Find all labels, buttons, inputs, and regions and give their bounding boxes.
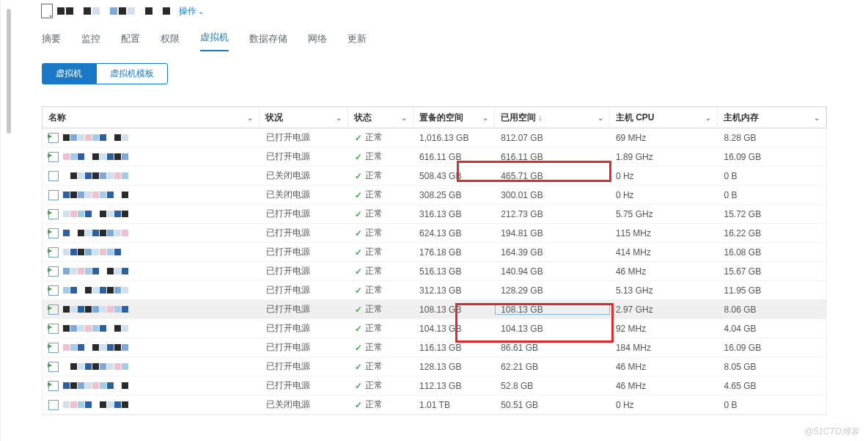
sort-down-icon: ↓ (538, 113, 542, 122)
table-header-row: 名称⌄ 状况⌄ 状态⌄ 置备的空间⌄ 已用空间↓⌄ 主机 CPU⌄ 主机内存⌄ (42, 106, 827, 128)
vm-icon (48, 171, 59, 181)
cell-status: ✓正常 (349, 227, 414, 239)
tab-配置[interactable]: 配置 (121, 32, 140, 51)
col-cpu[interactable]: 主机 CPU⌄ (610, 107, 718, 128)
cell-cpu: 46 MHz (610, 362, 718, 372)
table-row[interactable]: 已关闭电源✓正常508.43 GB465.71 GB0 Hz0 B (43, 167, 826, 186)
table-row[interactable]: 已打开电源✓正常108.13 GB108.13 GB2.97 GHz8.06 G… (43, 300, 826, 319)
table-row[interactable]: 已打开电源✓正常176.18 GB164.39 GB414 MHz16.08 G… (43, 243, 826, 262)
table-row[interactable]: 已打开电源✓正常1,016.13 GB812.07 GB69 MHz8.28 G… (43, 128, 826, 147)
cell-name (43, 305, 260, 315)
cell-mem: 8.06 GB (718, 305, 826, 315)
tab-更新[interactable]: 更新 (347, 32, 367, 51)
cell-mem: 16.08 GB (718, 247, 826, 258)
cell-situation: 已打开电源 (260, 150, 348, 163)
cell-used: 164.39 GB (495, 247, 610, 258)
table-row[interactable]: 已打开电源✓正常312.13 GB128.29 GB5.13 GHz11.95 … (43, 281, 826, 300)
cell-status: ✓正常 (349, 322, 414, 335)
vm-icon (48, 381, 59, 391)
page-header: 操作⌄ (1, 0, 868, 28)
cell-used: 128.29 GB (495, 285, 610, 296)
tab-网络[interactable]: 网络 (308, 32, 327, 51)
col-situation[interactable]: 状况⌄ (260, 107, 348, 128)
selection-outline (495, 305, 610, 315)
cell-mem: 8.28 GB (718, 133, 826, 143)
cell-used: 812.07 GB (495, 133, 610, 143)
cell-provisioned: 624.13 GB (413, 228, 495, 238)
vm-icon (48, 190, 59, 200)
table-body: 已打开电源✓正常1,016.13 GB812.07 GB69 MHz8.28 G… (42, 128, 827, 415)
cell-situation: 已打开电源 (260, 284, 348, 296)
cell-mem: 15.72 GB (718, 209, 826, 219)
vm-name-redacted (63, 268, 128, 274)
check-icon: ✓ (355, 324, 362, 334)
check-icon: ✓ (355, 266, 362, 277)
cell-mem: 16.22 GB (718, 228, 826, 238)
vm-table: 名称⌄ 状况⌄ 状态⌄ 置备的空间⌄ 已用空间↓⌄ 主机 CPU⌄ 主机内存⌄ … (42, 106, 827, 415)
vm-name-redacted (63, 306, 128, 313)
vm-name-redacted (63, 401, 128, 408)
cell-status: ✓正常 (349, 341, 414, 354)
actions-dropdown[interactable]: 操作⌄ (179, 5, 204, 18)
table-row[interactable]: 已打开电源✓正常128.13 GB62.21 GB46 MHz8.05 GB (43, 357, 826, 376)
cell-cpu: 184 MHz (610, 343, 718, 353)
cell-cpu: 1.89 GHz (610, 152, 718, 162)
vm-icon (48, 152, 59, 162)
vm-name-redacted (63, 230, 128, 236)
cell-provisioned: 108.13 GB (413, 305, 495, 315)
table-row[interactable]: 已打开电源✓正常624.13 GB194.81 GB115 MHz16.22 G… (43, 224, 826, 243)
cell-name (43, 381, 260, 391)
table-row[interactable]: 已关闭电源✓正常308.25 GB300.01 GB0 Hz0 B (43, 186, 826, 205)
cell-mem: 11.95 GB (718, 285, 826, 296)
table-row[interactable]: 已关闭电源✓正常1.01 TB50.51 GB0 Hz0 B (43, 396, 826, 415)
vm-icon (48, 266, 59, 277)
tab-数据存储[interactable]: 数据存储 (249, 32, 287, 51)
col-mem[interactable]: 主机内存⌄ (718, 107, 826, 128)
vm-icon (48, 285, 59, 296)
cell-cpu: 46 MHz (610, 381, 718, 391)
cell-status: ✓正常 (349, 208, 414, 220)
table-row[interactable]: 已打开电源✓正常112.13 GB52.8 GB46 MHz4.65 GB (43, 376, 826, 396)
cell-provisioned: 508.43 GB (413, 171, 495, 181)
vm-icon (48, 362, 59, 372)
host-name-redacted (57, 7, 170, 15)
vm-icon (48, 209, 59, 219)
cell-situation: 已打开电源 (260, 379, 348, 392)
cell-provisioned: 516.13 GB (413, 266, 495, 277)
cell-name (43, 247, 260, 258)
vm-name-redacted (63, 172, 128, 179)
cell-provisioned: 316.13 GB (413, 209, 495, 219)
check-icon: ✓ (355, 228, 362, 238)
table-row[interactable]: 已打开电源✓正常516.13 GB140.94 GB46 MHz15.67 GB (43, 262, 826, 281)
table-row[interactable]: 已打开电源✓正常104.13 GB104.13 GB92 MHz4.04 GB (43, 319, 826, 338)
scrollbar-thumb[interactable] (7, 9, 11, 134)
cell-status: ✓正常 (349, 150, 414, 163)
cell-name (43, 171, 260, 181)
cell-mem: 0 B (718, 190, 826, 200)
cell-name (43, 133, 260, 143)
tab-监控[interactable]: 监控 (81, 32, 100, 51)
cell-name (43, 190, 260, 200)
col-name[interactable]: 名称⌄ (43, 107, 260, 128)
table-row[interactable]: 已打开电源✓正常116.13 GB86.61 GB184 MHz16.09 GB (43, 338, 826, 357)
tab-权限[interactable]: 权限 (161, 32, 180, 51)
subtab-vm-template[interactable]: 虚拟机模板 (96, 63, 168, 84)
subtab-vm[interactable]: 虚拟机 (42, 63, 96, 84)
vm-name-redacted (63, 363, 128, 370)
cell-name (43, 266, 260, 277)
cell-provisioned: 128.13 GB (413, 362, 495, 372)
table-row[interactable]: 已打开电源✓正常616.11 GB616.11 GB1.89 GHz16.09 … (43, 147, 826, 167)
table-row[interactable]: 已打开电源✓正常316.13 GB212.73 GB5.75 GHz15.72 … (43, 205, 826, 224)
tab-虚拟机[interactable]: 虚拟机 (200, 31, 229, 51)
col-provisioned[interactable]: 置备的空间⌄ (413, 107, 496, 128)
chevron-down-icon: ⌄ (198, 7, 204, 15)
check-icon: ✓ (355, 362, 362, 372)
cell-mem: 4.04 GB (718, 324, 826, 334)
cell-situation: 已打开电源 (260, 208, 348, 220)
cell-used: 104.13 GB (495, 324, 610, 334)
tab-摘要[interactable]: 摘要 (42, 32, 61, 51)
col-used[interactable]: 已用空间↓⌄ (495, 107, 610, 128)
col-status[interactable]: 状态⌄ (348, 107, 413, 128)
cell-status: ✓正常 (349, 170, 414, 182)
chevron-down-icon: ⌄ (814, 114, 820, 122)
